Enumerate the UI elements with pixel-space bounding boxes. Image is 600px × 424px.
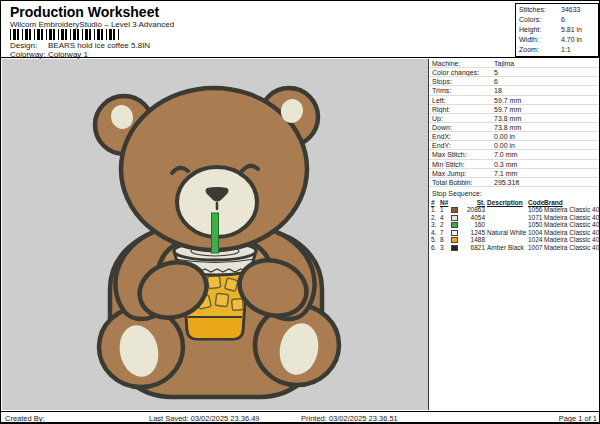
machine-info-value: 73.8 mm xyxy=(494,123,521,131)
stats-row: Colors:6 xyxy=(516,15,598,25)
row-num: 3. xyxy=(431,221,440,229)
bear-embroidery-design xyxy=(2,59,428,410)
machine-info-value: 18 xyxy=(494,86,502,94)
thread-brand: Madeira Classic 40 xyxy=(544,229,600,237)
info-panel: Machine:TajimaColor changes:5Stops:6Trim… xyxy=(428,59,600,410)
thread-color-swatch xyxy=(451,215,458,221)
design-label: Design: xyxy=(10,41,48,50)
machine-info-row: Total Bobbin:295.31ft xyxy=(429,178,600,187)
stats-value: 34633 xyxy=(561,5,580,15)
design-name: BEARS hold ice coffee 5.8IN xyxy=(48,41,150,50)
machine-info-label: Max Jump: xyxy=(432,169,494,177)
last-saved-label: Last Saved: 03/02/2025 23.36.49 xyxy=(149,414,260,423)
row-num: 5. xyxy=(431,236,440,244)
stop-sequence-row: 3. 2 160 1050 Madeira Classic 40 xyxy=(431,221,600,229)
col-st: St. xyxy=(461,199,487,207)
thread-code: 1056 xyxy=(528,206,544,214)
machine-info-label: Color changes: xyxy=(432,68,494,76)
thread-brand: Madeira Classic 40 xyxy=(544,221,600,229)
colorway-name: Colorway 1 xyxy=(48,50,88,59)
page-title: Production Worksheet xyxy=(10,4,159,20)
machine-info-label: Min Stitch: xyxy=(432,160,494,168)
colorway-label: Colorway: xyxy=(10,50,48,59)
needle-number: 4 xyxy=(440,214,451,222)
machine-info-label: Right: xyxy=(432,105,494,113)
stats-row: Width:4.70 in xyxy=(516,35,598,45)
stop-sequence-table: # N# St. Description Code Brand1. 1 2086… xyxy=(429,199,600,252)
thread-color-swatch xyxy=(451,237,458,243)
stats-label: Colors: xyxy=(519,15,561,25)
machine-info-row: EndY:0.00 in xyxy=(429,141,600,150)
thread-description: Amber Black xyxy=(487,244,528,252)
thread-code: 1004 xyxy=(528,229,544,237)
thread-color-swatch xyxy=(451,245,458,251)
machine-info-row: Min Stitch:0.3 mm xyxy=(429,160,600,169)
stats-label: Height: xyxy=(519,25,561,35)
needle-number: 7 xyxy=(440,229,451,237)
machine-info-value: 7.0 mm xyxy=(494,150,517,158)
needle-number: 1 xyxy=(440,206,451,214)
design-row: Design:BEARS hold ice coffee 5.8IN xyxy=(10,41,150,50)
stats-label: Stitches: xyxy=(519,5,561,15)
stop-sequence-row: 2. 4 4054 1071 Madeira Classic 40 xyxy=(431,214,600,222)
machine-info-value: 59.7 mm xyxy=(494,96,521,104)
col-num: # xyxy=(431,199,440,207)
col-code: Code xyxy=(528,199,544,207)
row-num: 4. xyxy=(431,229,440,237)
thread-code: 1024 xyxy=(528,236,544,244)
stats-value: 1:1 xyxy=(561,45,571,55)
stats-value: 4.70 in xyxy=(561,35,582,45)
machine-info-value: 0.00 in xyxy=(494,132,515,140)
machine-info-row: Stops:6 xyxy=(429,77,600,86)
machine-info-label: Total Bobbin: xyxy=(432,178,494,186)
machine-info-row: EndX:0.00 in xyxy=(429,132,600,141)
machine-info-label: Down: xyxy=(432,123,494,131)
stats-label: Width: xyxy=(519,35,561,45)
machine-info-label: Max Stitch: xyxy=(432,150,494,158)
machine-info-row: Right:59.7 mm xyxy=(429,105,600,114)
machine-info-row: Down:73.8 mm xyxy=(429,123,600,132)
stats-value: 5.81 in xyxy=(561,25,582,35)
col-description: Description xyxy=(487,199,528,207)
row-num: 2. xyxy=(431,214,440,222)
created-by-label: Created By: xyxy=(5,414,45,423)
thread-brand: Madeira Classic 40 xyxy=(544,206,600,214)
stop-sequence-row: 4. 7 1245 Natural White 1004 Madeira Cla… xyxy=(431,229,600,237)
stats-label: Zoom: xyxy=(519,45,561,55)
stop-sequence-row: 5. 8 1488 1024 Madeira Classic 40 xyxy=(431,236,600,244)
design-canvas xyxy=(2,59,428,410)
thread-brand: Madeira Classic 40 xyxy=(544,236,600,244)
thread-color-swatch xyxy=(451,222,458,228)
software-name: Wilcom EmbroideryStudio – Level 3 Advanc… xyxy=(10,20,174,29)
worksheet-header: Production Worksheet Wilcom EmbroiderySt… xyxy=(1,1,600,58)
machine-info-row: Trims:18 xyxy=(429,86,600,95)
machine-info-value: 73.8 mm xyxy=(494,114,521,122)
stitch-count: 6821 xyxy=(461,244,487,252)
machine-info-row: Left:59.7 mm xyxy=(429,96,600,105)
machine-info-label: Trims: xyxy=(432,86,494,94)
stitch-count: 4054 xyxy=(461,214,487,222)
page-number-label: Page 1 of 1 xyxy=(559,414,597,423)
row-num: 6. xyxy=(431,244,440,252)
machine-info-label: Stops: xyxy=(432,77,494,85)
machine-info-label: EndY: xyxy=(432,141,494,149)
needle-number: 8 xyxy=(440,236,451,244)
machine-info-value: 295.31ft xyxy=(494,178,519,186)
machine-info-label: EndX: xyxy=(432,132,494,140)
stitch-count: 1488 xyxy=(461,236,487,244)
stitch-count: 1245 xyxy=(461,229,487,237)
stats-row: Stitches:34633 xyxy=(516,5,598,15)
thread-code: 1071 xyxy=(528,214,544,222)
machine-info-label: Machine: xyxy=(432,59,494,67)
col-brand: Brand xyxy=(544,199,600,207)
needle-number: 2 xyxy=(440,221,451,229)
machine-info-value: 7.1 mm xyxy=(494,169,517,177)
worksheet-footer: Created By: Last Saved: 03/02/2025 23.36… xyxy=(1,411,600,424)
design-stats-box: Stitches:34633Colors:6Height:5.81 inWidt… xyxy=(515,3,599,57)
machine-info-value: Tajima xyxy=(494,59,514,67)
stitch-count: 160 xyxy=(461,221,487,229)
stats-value: 6 xyxy=(561,15,565,25)
thread-color-swatch xyxy=(451,207,458,213)
stop-sequence-row: 1. 1 20863 1056 Madeira Classic 40 xyxy=(431,206,600,214)
thread-color-swatch xyxy=(451,230,458,236)
